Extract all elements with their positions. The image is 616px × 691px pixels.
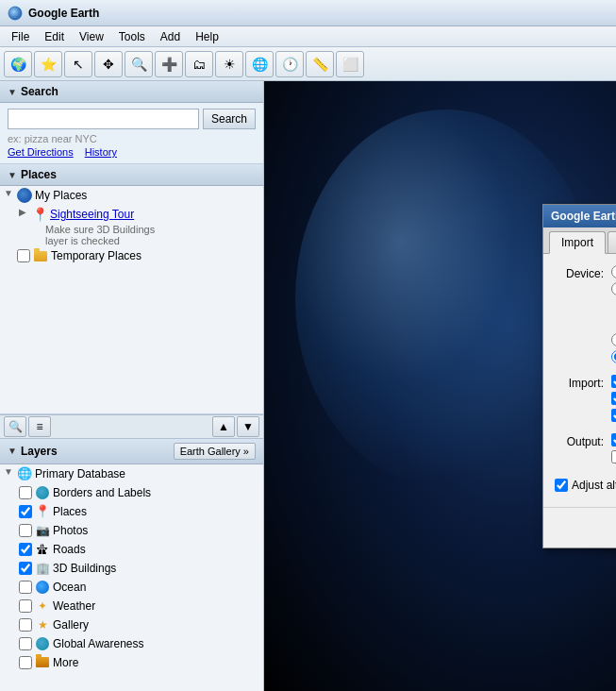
menu-edit[interactable]: Edit (37, 28, 72, 45)
dialog-footer: Import (543, 507, 616, 548)
toolbar-zoom-btn[interactable]: 🔍 (125, 51, 153, 77)
search-button[interactable]: Search (203, 109, 256, 129)
output-checkboxes: KML Tracks KML LineStrings (611, 433, 616, 467)
global-awareness-label: Global Awareness (53, 636, 259, 651)
adjust-checkbox[interactable] (555, 479, 568, 492)
import-file-row: Import from file (611, 350, 616, 363)
dialog-title-text: Google Earth - GPS Import (551, 210, 616, 223)
wintec-radio[interactable] (611, 333, 616, 346)
global-awareness-icon (35, 636, 50, 651)
device-options: Garmin Magellan Explorist (611, 265, 616, 367)
toolbar-ruler-btn[interactable]: 📏 (306, 51, 334, 77)
more-checkbox[interactable] (19, 656, 32, 669)
more-item[interactable]: More (0, 653, 263, 672)
magellan-radio[interactable] (611, 282, 616, 295)
temp-places-checkbox[interactable] (17, 249, 30, 262)
waypoints-row: Waypoints (611, 375, 616, 388)
menu-tools[interactable]: Tools (111, 28, 153, 45)
buildings-icon: 🏢 (35, 561, 50, 576)
earth-gallery-btn[interactable]: Earth Gallery » (174, 443, 256, 460)
app-title: Google Earth (28, 7, 99, 20)
photos-checkbox[interactable] (19, 524, 32, 537)
photos-item[interactable]: 📷 Photos (0, 521, 263, 540)
tab-import[interactable]: Import (549, 231, 606, 254)
search-input[interactable] (8, 109, 199, 129)
sightseeing-tour-item[interactable]: ▶ 📍 Sightseeing Tour (0, 205, 263, 224)
borders-item[interactable]: Borders and Labels (0, 483, 263, 502)
toolbar-cursor-btn[interactable]: ↖ (64, 51, 92, 77)
global-awareness-item[interactable]: Global Awareness (0, 634, 263, 653)
menu-file[interactable]: File (4, 28, 37, 45)
import-file-radio[interactable] (611, 350, 616, 363)
ocean-checkbox[interactable] (19, 581, 32, 594)
dialog-overlay: Google Earth - GPS Import ✕ Import Realt… (264, 81, 616, 691)
history-link[interactable]: History (85, 146, 117, 158)
toolbar-move-btn[interactable]: ✥ (94, 51, 123, 77)
layers-section: ▼ 🌐 Primary Database Borders and Labels … (0, 464, 263, 692)
buildings-checkbox[interactable] (19, 562, 32, 575)
layers-places-icon: 📍 (35, 504, 50, 519)
primary-db-expand[interactable]: ▼ (4, 466, 17, 477)
layers-list-btn[interactable]: ≡ (28, 416, 51, 437)
layers-down-btn[interactable]: ▼ (237, 416, 259, 437)
search-section-label: Search (21, 85, 58, 98)
kml-linestrings-checkbox[interactable] (611, 450, 616, 463)
borders-checkbox[interactable] (19, 486, 32, 499)
layers-places-item[interactable]: 📍 Places (0, 502, 263, 521)
roads-checkbox[interactable] (19, 543, 32, 556)
tab-realtime[interactable]: Realtime (608, 231, 616, 253)
roads-item[interactable]: 🛣 Roads (0, 540, 263, 559)
garmin-radio[interactable] (611, 265, 616, 278)
toolbar-layer-btn[interactable]: 🗂 (185, 51, 213, 77)
layers-places-checkbox[interactable] (19, 505, 32, 518)
toolbar-clock-btn[interactable]: 🕐 (275, 51, 304, 77)
sightseeing-label[interactable]: Sightseeing Tour (50, 207, 259, 222)
toolbar-star-btn[interactable]: ⭐ (34, 51, 62, 77)
toolbar-globe-btn[interactable]: 🌍 (4, 51, 32, 77)
primary-db-item[interactable]: ▼ 🌐 Primary Database (0, 464, 263, 483)
my-places-expand[interactable]: ▼ (4, 188, 17, 198)
routes-checkbox[interactable] (611, 409, 616, 422)
device-label: Device: (555, 265, 611, 280)
gallery-checkbox[interactable] (19, 618, 32, 632)
toolbar-add-btn[interactable]: ➕ (155, 51, 183, 77)
kml-tracks-checkbox[interactable] (611, 433, 616, 447)
gallery-label: Gallery (53, 617, 259, 632)
weather-item[interactable]: ✦ Weather (0, 597, 263, 615)
magellan-row: Magellan (611, 282, 616, 295)
global-awareness-checkbox[interactable] (19, 637, 32, 650)
toolbar-earth-btn[interactable]: 🌐 (245, 51, 274, 77)
my-places-label: My Places (35, 188, 259, 203)
layers-section-header: ▼ Layers Earth Gallery » (0, 439, 263, 464)
temporary-places-item[interactable]: Temporary Places (0, 246, 263, 265)
adjust-label: Adjust altitudes to ground height (572, 479, 616, 492)
toolbar-sun-btn[interactable]: ☀ (215, 51, 243, 77)
menu-view[interactable]: View (72, 28, 111, 45)
menu-add[interactable]: Add (153, 28, 188, 45)
temp-places-label: Temporary Places (51, 248, 259, 263)
serial-row: Serial (611, 316, 616, 329)
toolbar-expand-btn[interactable]: ⬜ (336, 51, 364, 77)
wintec-row: Wintec WBT-201 (611, 333, 616, 346)
gallery-item[interactable]: ★ Gallery (0, 615, 263, 634)
temp-places-folder-icon (33, 248, 48, 263)
get-directions-link[interactable]: Get Directions (8, 146, 74, 158)
buildings-item[interactable]: 🏢 3D Buildings (0, 559, 263, 578)
ocean-icon (35, 580, 50, 595)
sightseeing-expand[interactable]: ▶ (19, 207, 32, 217)
output-label: Output: (555, 433, 611, 448)
my-places-globe-icon (17, 188, 32, 203)
output-options-row: Output: KML Tracks KML LineStrings (555, 433, 616, 467)
app-icon (8, 6, 23, 21)
places-my-places-item[interactable]: ▼ My Places (0, 186, 263, 205)
layers-search-btn[interactable]: 🔍 (4, 416, 26, 437)
menu-help[interactable]: Help (188, 28, 226, 45)
waypoints-checkbox[interactable] (611, 375, 616, 388)
layers-toolbar: 🔍 ≡ ▲ ▼ (0, 414, 263, 439)
device-row: Device: Garmin Magellan (555, 265, 616, 367)
tracks-checkbox[interactable] (611, 392, 616, 405)
weather-checkbox[interactable] (19, 599, 32, 613)
ocean-item[interactable]: Ocean (0, 578, 263, 597)
layers-up-btn[interactable]: ▲ (212, 416, 235, 437)
kml-linestrings-row: KML LineStrings (611, 450, 616, 463)
